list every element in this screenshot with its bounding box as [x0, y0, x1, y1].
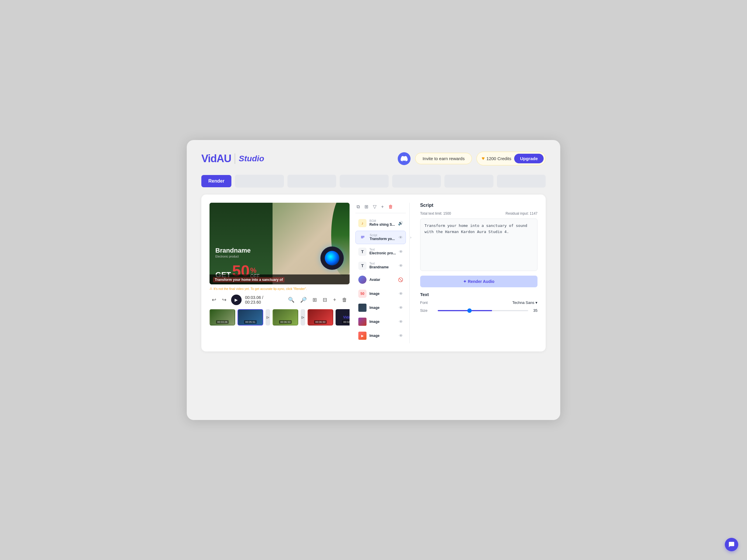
clip-4[interactable]: 00:06.50 [308, 309, 333, 325]
upgrade-button[interactable]: Upgrade [514, 154, 544, 163]
text-1-visibility-icon[interactable]: 👁 [399, 249, 403, 254]
layer-text-2-name: Brandname [369, 265, 396, 269]
total-limit-label: Total text limit: 1500 [420, 211, 451, 216]
size-row: Size 35 [420, 308, 538, 313]
clip-3[interactable]: 00:06.53 [273, 309, 298, 325]
delete-clip-button[interactable]: 🗑 [341, 296, 349, 304]
render-audio-button[interactable]: ✦ Render Audio [420, 276, 538, 287]
svg-rect-0 [361, 236, 364, 237]
toolbar: Render [201, 175, 546, 188]
layer-text-1-type: Text [369, 248, 396, 251]
script-visibility-icon[interactable]: 👁 [398, 235, 403, 240]
zoom-out-button[interactable]: 🔍 [287, 295, 295, 304]
avatar-icon [358, 276, 366, 284]
layer-image-50[interactable]: 50 Image 👁 [355, 287, 406, 300]
subtitle-text: Transform your home into a sanctuary of [213, 277, 284, 282]
layer-delete-button[interactable]: 🗑 [387, 203, 394, 211]
tab-4[interactable] [392, 175, 441, 188]
video-preview: Brandname Electronic product GET 50 % OF… [209, 203, 350, 284]
layer-script-type: Script [370, 234, 396, 237]
tab-2[interactable] [287, 175, 336, 188]
video-right-panel [273, 203, 350, 284]
bgm-visibility-icon[interactable]: 🔊 [398, 221, 403, 225]
clip-3-time: 00:06.53 [279, 320, 291, 324]
layer-add-button[interactable]: + [380, 203, 385, 211]
script-header: Script [420, 203, 538, 208]
time-current: 00:03.06 / 00:23.60 [245, 295, 280, 304]
video-left-panel: Brandname Electronic product GET 50 % OF… [209, 203, 273, 284]
image-4-visibility-icon[interactable]: 👁 [399, 334, 403, 338]
layer-script[interactable]: Script Transform yo... 👁 › [355, 231, 406, 244]
image-2-visibility-icon[interactable]: 👁 [399, 305, 403, 310]
render-note: ⚠ It's not the final video yet. To get a… [209, 287, 350, 291]
render-button[interactable]: Render [201, 175, 231, 187]
layer-script-name: Transform yo... [370, 237, 396, 241]
residual-label: Residual input: 1147 [506, 211, 538, 216]
credits-display: ♥ 1200 Credits [482, 156, 511, 162]
tab-5[interactable] [444, 175, 493, 188]
text-properties: Text Font Techna Sans ▾ Size 35 [420, 292, 538, 313]
layer-avatar[interactable]: Avatar 🚫 [355, 273, 406, 286]
discord-button[interactable] [398, 152, 411, 165]
bgm-icon: ♪ [358, 219, 366, 227]
clip-1[interactable]: 00:03.06 [209, 309, 235, 325]
layer-text-2[interactable]: T Text Brandname 👁 [355, 259, 406, 272]
warning-icon: ⚠ [209, 287, 212, 291]
header-right: Invite to earn rewards ♥ 1200 Credits Up… [398, 152, 546, 165]
text-2-visibility-icon[interactable]: 👁 [399, 263, 403, 268]
add-clip-button[interactable]: + [332, 296, 337, 304]
size-slider-container: 35 [438, 308, 538, 313]
subtitle-bar: Transform your home into a sanctuary of [209, 274, 350, 284]
zoom-in-button[interactable]: 🔎 [299, 295, 308, 304]
redo-button[interactable]: ↪ [221, 295, 228, 304]
tab-6[interactable] [497, 175, 546, 188]
brand-name-text: Brandname [215, 247, 267, 254]
layer-image-3[interactable]: Image 👁 [355, 315, 406, 328]
font-dropdown[interactable]: Techna Sans ▾ [512, 300, 538, 305]
credits-area: ♥ 1200 Credits Upgrade [476, 152, 546, 165]
layer-bgm-type: BGM [369, 220, 395, 222]
chat-bubble-button[interactable] [725, 538, 738, 551]
layer-image-2[interactable]: Image 👁 [355, 301, 406, 314]
logo-area: VidAU Studio [201, 153, 264, 165]
font-label: Font [420, 300, 438, 305]
layer-filter-button[interactable]: ▽ [372, 203, 378, 211]
layer-bgm[interactable]: ♪ BGM Refre shing S... 🔊 [355, 217, 406, 230]
font-row: Font Techna Sans ▾ [420, 300, 538, 305]
size-label: Size [420, 308, 438, 313]
layer-image-50-name: Image [369, 292, 396, 296]
editor-layout: Brandname Electronic product GET 50 % OF… [209, 203, 538, 343]
size-slider[interactable] [438, 310, 528, 311]
clip-5[interactable]: VidAU 00:02.00 [336, 309, 350, 325]
layer-copy-button[interactable]: ⧉ [355, 203, 361, 211]
tab-3[interactable] [340, 175, 388, 188]
avatar-visibility-icon[interactable]: 🚫 [398, 277, 403, 282]
image-3-visibility-icon[interactable]: 👁 [399, 319, 403, 324]
play-button[interactable]: ▶ [231, 295, 241, 305]
layer-image-4-name: Image [369, 334, 396, 338]
layer-align-button[interactable]: ⊞ [363, 203, 369, 211]
image-50-icon: 50 [358, 290, 366, 298]
invite-button[interactable]: Invite to earn rewards [415, 153, 472, 164]
clip-2[interactable]: 00:05.51 [237, 309, 263, 325]
render-note-text: It's not the final video yet. To get acc… [213, 287, 307, 291]
collapse-arrow-icon: › [410, 235, 411, 239]
script-textarea[interactable]: Transform your home into a sanctuary of … [420, 218, 538, 271]
split-button[interactable]: ⊟ [321, 295, 328, 304]
clip-4-split[interactable]: ⊳ [301, 309, 305, 325]
video-background: Brandname Electronic product GET 50 % OF… [209, 203, 350, 284]
layer-image-3-name: Image [369, 320, 396, 324]
layer-image-4[interactable]: ▶ Image 👁 [355, 329, 406, 342]
clip-3-split[interactable]: ⊳ [265, 309, 270, 325]
script-limits: Total text limit: 1500 Residual input: 1… [420, 211, 538, 216]
tab-1[interactable] [235, 175, 284, 188]
layer-image-2-name: Image [369, 306, 396, 310]
studio-text: Studio [239, 154, 264, 163]
image-50-visibility-icon[interactable]: 👁 [399, 291, 403, 296]
fit-button[interactable]: ⊞ [311, 295, 318, 304]
main-content: Brandname Electronic product GET 50 % OF… [201, 194, 546, 351]
undo-button[interactable]: ↩ [211, 295, 217, 304]
layer-text-1[interactable]: T Text Electronic pro... 👁 [355, 245, 406, 258]
script-icon [359, 233, 367, 241]
playback-controls: ↩ ↪ ▶ 00:03.06 / 00:23.60 🔍 🔎 ⊞ ⊟ + 🗑 [209, 295, 350, 305]
